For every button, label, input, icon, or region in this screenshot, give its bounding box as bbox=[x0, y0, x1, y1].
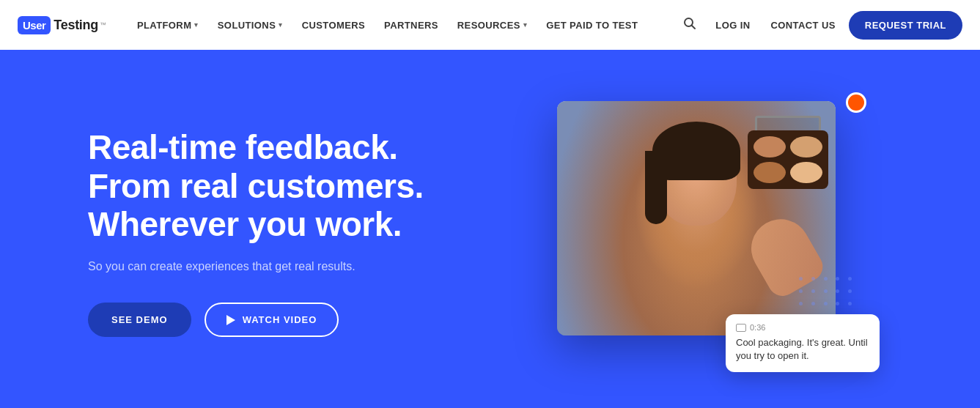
person-background bbox=[557, 101, 836, 335]
nav-item-get-paid[interactable]: GET PAID TO TEST bbox=[539, 14, 645, 37]
chevron-down-icon: ▾ bbox=[523, 21, 527, 29]
watch-video-button[interactable]: WATCH VIDEO bbox=[205, 303, 339, 337]
nav-item-customers[interactable]: CUSTOMERS bbox=[295, 14, 372, 37]
navbar: User Testing ™ PLATFORM ▾ SOLUTIONS ▾ CU… bbox=[0, 0, 980, 50]
chevron-down-icon: ▾ bbox=[279, 21, 282, 29]
logo-tm: ™ bbox=[100, 21, 106, 29]
play-icon bbox=[226, 315, 235, 325]
nav-links: PLATFORM ▾ SOLUTIONS ▾ CUSTOMERS PARTNER… bbox=[130, 14, 677, 37]
login-button[interactable]: LOG IN bbox=[708, 14, 757, 37]
person-hair bbox=[652, 122, 740, 180]
request-trial-button[interactable]: REQUEST TRIAL bbox=[849, 11, 962, 40]
nav-item-solutions[interactable]: SOLUTIONS ▾ bbox=[210, 14, 290, 37]
hero-visual: 0:36 Cool packaging. It's great. Until y… bbox=[542, 101, 858, 365]
makeup-palette bbox=[748, 130, 828, 189]
see-demo-button[interactable]: SEE DEMO bbox=[88, 303, 191, 337]
palette-swatch-4 bbox=[790, 162, 822, 183]
nav-right: LOG IN CONTACT US REQUEST TRIAL bbox=[677, 11, 962, 40]
comment-text: Cool packaging. It's great. Until you tr… bbox=[736, 336, 869, 363]
nav-item-partners[interactable]: PARTNERS bbox=[377, 14, 446, 37]
hero-subtext: So you can create experiences that get r… bbox=[88, 260, 498, 273]
nav-item-platform[interactable]: PLATFORM ▾ bbox=[130, 14, 206, 37]
logo-text: Testing bbox=[54, 18, 98, 33]
logo-box: User bbox=[18, 16, 51, 34]
hero-content: Real-time feedback. From real customers.… bbox=[88, 128, 498, 338]
chevron-down-icon: ▾ bbox=[194, 21, 198, 29]
svg-line-1 bbox=[692, 26, 696, 29]
palette-swatch-1 bbox=[754, 136, 786, 157]
video-thumbnail[interactable] bbox=[557, 101, 836, 335]
palette-swatch-2 bbox=[790, 136, 822, 157]
palette-swatch-3 bbox=[754, 162, 786, 183]
hero-buttons: SEE DEMO WATCH VIDEO bbox=[88, 303, 498, 337]
nav-item-resources[interactable]: RESOURCES ▾ bbox=[450, 14, 534, 37]
hero-section: Real-time feedback. From real customers.… bbox=[0, 50, 980, 408]
comment-timestamp: 0:36 bbox=[736, 323, 869, 332]
comment-bubble: 0:36 Cool packaging. It's great. Until y… bbox=[726, 314, 880, 371]
search-icon bbox=[683, 17, 696, 30]
hero-headline: Real-time feedback. From real customers.… bbox=[88, 128, 498, 245]
logo[interactable]: User Testing ™ bbox=[18, 16, 106, 34]
search-button[interactable] bbox=[677, 11, 702, 39]
video-icon bbox=[736, 324, 746, 332]
record-indicator bbox=[846, 92, 866, 113]
contact-button[interactable]: CONTACT US bbox=[764, 14, 843, 37]
